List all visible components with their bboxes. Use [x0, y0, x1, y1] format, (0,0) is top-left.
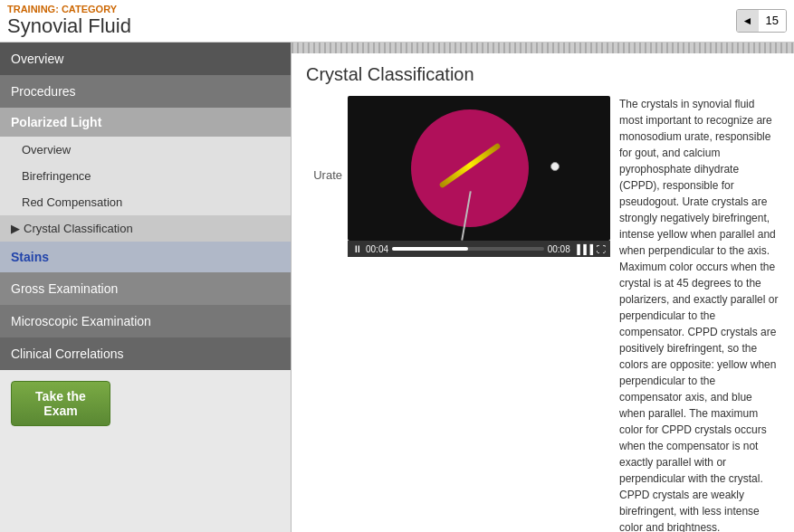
sidebar-item-overview-sub[interactable]: Overview [0, 137, 291, 163]
total-time: 00:08 [548, 244, 570, 254]
scroll-bar [292, 43, 794, 53]
content-scroll: Crystal Classification Urate ⏸ 00:04 [292, 53, 794, 532]
arrow-icon: ▶ [11, 222, 20, 235]
sidebar-item-crystal-classification[interactable]: ▶ Crystal Classification [0, 215, 291, 242]
sidebar-item-microscopic-examination[interactable]: Microscopic Examination [0, 305, 291, 337]
current-time: 00:04 [366, 244, 388, 254]
sidebar-item-procedures[interactable]: Procedures [0, 75, 291, 108]
sidebar-item-overview[interactable]: Overview [0, 43, 291, 75]
progress-bar[interactable] [392, 247, 544, 251]
urate-dot [550, 162, 560, 171]
urate-section: Urate ⏸ 00:04 00 [306, 96, 780, 532]
description-text: The crystals in synovial fluid most impo… [610, 96, 780, 532]
fullscreen-button[interactable]: ⛶ [597, 244, 606, 254]
prev-button[interactable]: ◄ [737, 10, 759, 32]
content-title: Crystal Classification [306, 64, 780, 85]
take-exam-button[interactable]: Take the Exam [11, 381, 110, 426]
training-prefix: TRAINING: [7, 4, 59, 14]
urate-label: Urate [306, 96, 342, 182]
progress-fill [392, 247, 468, 251]
urate-video-box [348, 96, 610, 241]
header: TRAINING: CATEGORY Synovial Fluid ◄ 15 [0, 0, 794, 43]
training-label: TRAINING: CATEGORY [7, 4, 131, 14]
training-category: CATEGORY [62, 4, 117, 14]
sidebar-item-gross-examination[interactable]: Gross Examination [0, 272, 291, 305]
urate-video-controls: ⏸ 00:04 00:08 ▐▐▐ ⛶ [348, 241, 610, 257]
sidebar-item-stains[interactable]: Stains [0, 242, 291, 272]
page-title: Synovial Fluid [7, 14, 131, 38]
main-layout: Overview Procedures Polarized Light Over… [0, 43, 794, 532]
header-nav: ◄ 15 [736, 9, 787, 33]
sidebar-item-polarized-light[interactable]: Polarized Light [0, 108, 291, 137]
sidebar-item-birefringence[interactable]: Birefringence [0, 163, 291, 189]
sidebar-item-clinical-correlations[interactable]: Clinical Correlations [0, 337, 291, 370]
sidebar-item-red-compensation[interactable]: Red Compensation [0, 189, 291, 215]
volume-icon[interactable]: ▐▐▐ [574, 244, 593, 254]
content-area: Crystal Classification Urate ⏸ 00:04 [292, 43, 794, 532]
urate-video-container: ⏸ 00:04 00:08 ▐▐▐ ⛶ [348, 96, 610, 257]
sidebar: Overview Procedures Polarized Light Over… [0, 43, 292, 532]
header-left: TRAINING: CATEGORY Synovial Fluid [7, 4, 131, 38]
play-pause-button[interactable]: ⏸ [352, 243, 362, 254]
page-number: 15 [759, 10, 786, 32]
